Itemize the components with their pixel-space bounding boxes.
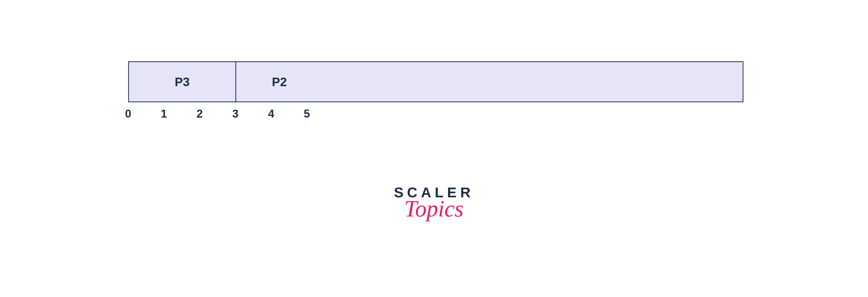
gantt-chart: P3 P2 0 1 2 3 4 5 <box>128 61 743 123</box>
tick-5: 5 <box>304 107 310 120</box>
tick-4: 4 <box>268 107 274 120</box>
tick-1: 1 <box>161 107 167 120</box>
gantt-bar: P3 P2 <box>128 61 743 102</box>
logo-line2: Topics <box>394 195 474 222</box>
segment-label-p3: P3 <box>175 75 190 89</box>
tick-axis: 0 1 2 3 4 5 <box>128 107 743 123</box>
tick-0: 0 <box>125 107 131 120</box>
tick-3: 3 <box>232 107 239 120</box>
segment-p3: P3 <box>129 62 236 102</box>
segment-label-p2: P2 <box>272 75 287 89</box>
scaler-topics-logo: SCALER Topics <box>394 184 474 222</box>
tick-2: 2 <box>196 107 203 120</box>
segment-p2: P2 <box>236 62 743 102</box>
